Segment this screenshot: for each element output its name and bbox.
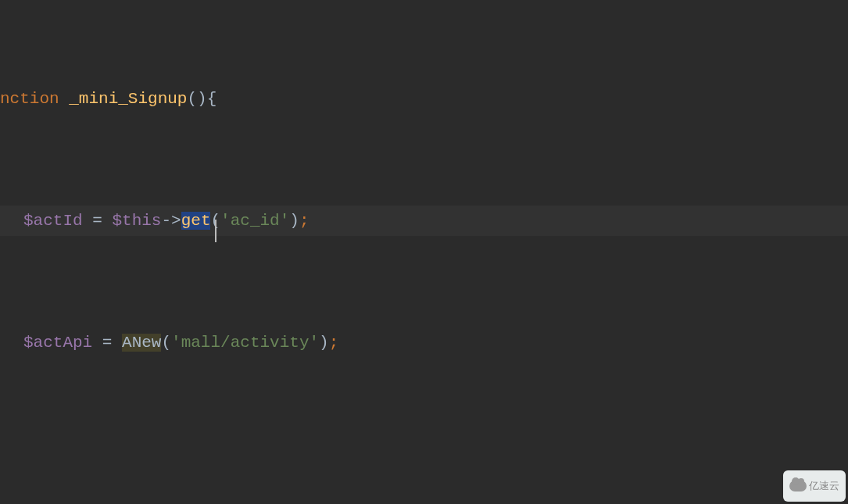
code-line-active[interactable]: $actId = $this->get('ac_id'); — [0, 206, 848, 236]
code-line[interactable]: $actApi = ANew('mall/activity'); — [0, 327, 848, 358]
function-name: _mini_Signup — [69, 90, 187, 108]
cursor — [215, 220, 216, 242]
code-line-empty[interactable] — [0, 449, 848, 480]
keyword: nction — [0, 90, 59, 108]
variable: $actId — [23, 212, 83, 230]
watermark-logo: 亿速云 — [783, 470, 846, 502]
highlight: ANew — [122, 334, 161, 352]
code-editor[interactable]: nction _mini_Signup(){ $actId = $this->g… — [0, 0, 848, 504]
code-line[interactable]: nction _mini_Signup(){ — [0, 84, 848, 114]
watermark-text: 亿速云 — [809, 479, 839, 493]
selection: get — [181, 212, 211, 230]
cloud-icon — [789, 481, 807, 491]
